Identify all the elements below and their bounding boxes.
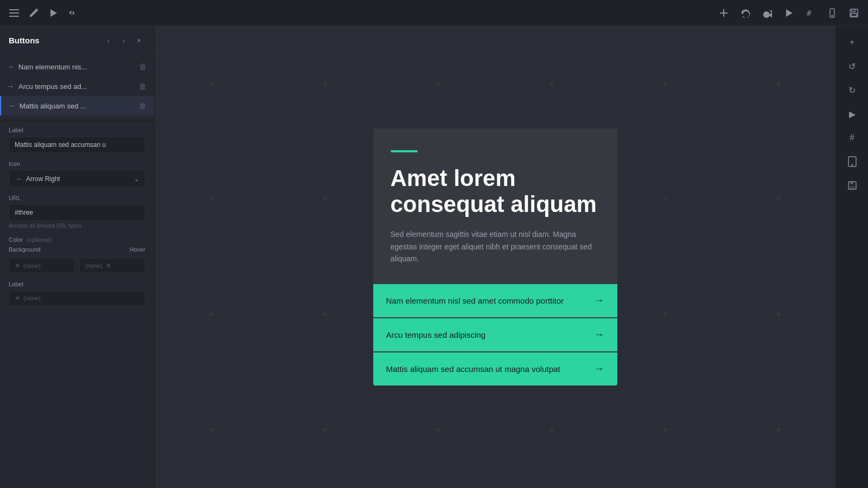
mobile-icon[interactable]	[825, 5, 840, 21]
svg-rect-16	[850, 182, 853, 184]
save-right-button[interactable]	[843, 176, 862, 195]
swatch-none-label: (none)	[23, 295, 41, 301]
delete-item-button[interactable]: 🗑	[138, 81, 148, 92]
bg-label: Background	[9, 246, 41, 253]
grid-plus: +	[609, 257, 722, 373]
svg-rect-12	[851, 14, 857, 16]
redo-right-button[interactable]: ↻	[843, 80, 862, 100]
preview-button-3[interactable]: Mattis aliquam sed accumsan ut magna vol…	[373, 352, 617, 386]
label-input[interactable]	[9, 137, 145, 153]
preview-btn-text-3: Mattis aliquam sed accumsan ut magna vol…	[386, 363, 588, 375]
url-input[interactable]	[9, 204, 145, 221]
grid-plus: +	[268, 373, 381, 488]
hover-label: Hover	[130, 246, 145, 253]
toolbar-left	[7, 5, 712, 21]
arrow-icon-preview: →	[15, 175, 22, 183]
list-item[interactable]: → Arcu tempus sed ad... 🗑	[0, 76, 154, 96]
add-right-button[interactable]: +	[843, 33, 862, 52]
mobile-right-button[interactable]	[843, 152, 862, 171]
grid-plus: +	[155, 373, 268, 488]
grid-plus: +	[155, 257, 268, 373]
item-label: Nam elementum nis...	[18, 63, 133, 71]
settings-icon[interactable]	[65, 5, 80, 21]
grid-plus: +	[155, 142, 268, 257]
item-label: Arcu tempus sed ad...	[18, 82, 133, 91]
grid-plus: +	[381, 373, 495, 488]
grid-plus: +	[722, 373, 835, 488]
arrow-right-icon: →	[8, 101, 15, 110]
color-swatches: ✕ (none) (none) ✕	[9, 258, 145, 273]
icon-dropdown-label: Arrow Right	[26, 175, 130, 183]
swatch-none-label: (none)	[85, 262, 103, 269]
svg-rect-2	[9, 16, 19, 17]
arrow-right-icon: →	[7, 82, 14, 91]
label-color-group: Label ✕ (none)	[9, 281, 145, 306]
play-alt-icon[interactable]	[781, 5, 796, 21]
svg-text:#: #	[807, 9, 812, 17]
panel-forward-button[interactable]: ›	[117, 34, 130, 47]
panel-close-button[interactable]: ×	[132, 34, 145, 47]
hash-icon[interactable]: #	[803, 5, 818, 21]
preview-button-1[interactable]: Nam elementum nisl sed amet commodo port…	[373, 284, 617, 318]
svg-rect-1	[9, 12, 19, 14]
chevron-down-icon: ⌄	[134, 175, 139, 183]
svg-rect-5	[720, 12, 727, 14]
preview-btn-arrow-icon: →	[595, 329, 604, 341]
preview-buttons-list: Nam elementum nisl sed amet commodo port…	[373, 284, 617, 386]
svg-marker-6	[786, 9, 793, 17]
grid-plus: +	[722, 142, 835, 257]
label-color-swatch[interactable]: ✕ (none)	[9, 291, 145, 306]
arrow-right-icon: →	[7, 62, 14, 71]
panel-nav-icons: ‹ › ×	[102, 34, 145, 47]
panel-title: Buttons	[9, 36, 40, 45]
swatch-none-label: (none)	[23, 262, 41, 269]
save-icon[interactable]	[846, 5, 861, 21]
icon-dropdown[interactable]: → Arrow Right ⌄	[9, 170, 145, 187]
delete-item-button[interactable]: 🗑	[138, 61, 148, 72]
undo-right-button[interactable]: ↺	[843, 56, 862, 76]
preview-btn-arrow-icon: →	[595, 363, 604, 375]
svg-point-14	[852, 164, 853, 165]
color-section-header: Color (optional)	[9, 236, 145, 243]
x-icon: ✕	[106, 262, 111, 269]
preview-btn-text-1: Nam elementum nisl sed amet commodo port…	[386, 295, 588, 306]
redo-icon[interactable]	[760, 5, 775, 21]
add-toolbar-icon[interactable]	[716, 5, 731, 21]
grid-plus: +	[381, 26, 495, 142]
menu-icon[interactable]	[7, 5, 22, 21]
grid-plus: +	[268, 26, 381, 142]
item-label: Mattis aliquam sed ...	[20, 102, 133, 110]
hash-right-button[interactable]: #	[843, 128, 862, 147]
hover-color-swatch[interactable]: (none) ✕	[79, 258, 145, 273]
selected-item-fields: Label Icon → Arrow Right ⌄ URL Accepts a…	[0, 120, 154, 312]
bg-color-swatch[interactable]: ✕ (none)	[9, 258, 75, 273]
x-icon: ✕	[15, 294, 20, 302]
svg-rect-11	[852, 9, 855, 12]
undo-icon[interactable]	[738, 5, 753, 21]
play-icon[interactable]	[46, 5, 61, 21]
svg-point-9	[832, 15, 833, 16]
preview-btn-text-2: Arcu tempus sed adipiscing	[386, 329, 588, 341]
grid-plus: +	[268, 142, 381, 257]
preview-button-2[interactable]: Arcu tempus sed adipiscing →	[373, 318, 617, 352]
canvas-area[interactable]: + + + + + + + + + + + + + + + + + + + + …	[155, 26, 835, 488]
delete-item-button[interactable]: 🗑	[138, 100, 148, 111]
accent-line	[391, 150, 418, 152]
play-right-button[interactable]: ▶	[843, 104, 862, 124]
panel-back-button[interactable]: ‹	[102, 34, 115, 47]
x-icon: ✕	[15, 262, 20, 269]
svg-marker-3	[50, 9, 57, 17]
list-item[interactable]: → Nam elementum nis... 🗑	[0, 57, 154, 76]
svg-rect-17	[850, 186, 855, 189]
left-panel: Buttons ‹ › × → Nam elementum nis... 🗑 →…	[0, 26, 155, 488]
icon-field-group: Icon → Arrow Right ⌄	[9, 160, 145, 187]
edit-icon[interactable]	[26, 5, 41, 21]
grid-plus: +	[495, 26, 609, 142]
grid-plus: +	[609, 26, 722, 142]
card-title: Amet lorem consequat aliquam	[391, 165, 600, 218]
card-top: Amet lorem consequat aliquam Sed element…	[373, 129, 617, 285]
preview-card: Amet lorem consequat aliquam Sed element…	[373, 129, 617, 386]
icon-field-label: Icon	[9, 160, 145, 167]
color-field-group: Color (optional) Background Hover ✕ (non…	[9, 236, 145, 273]
list-item-selected[interactable]: → Mattis aliquam sed ... 🗑	[0, 96, 154, 115]
